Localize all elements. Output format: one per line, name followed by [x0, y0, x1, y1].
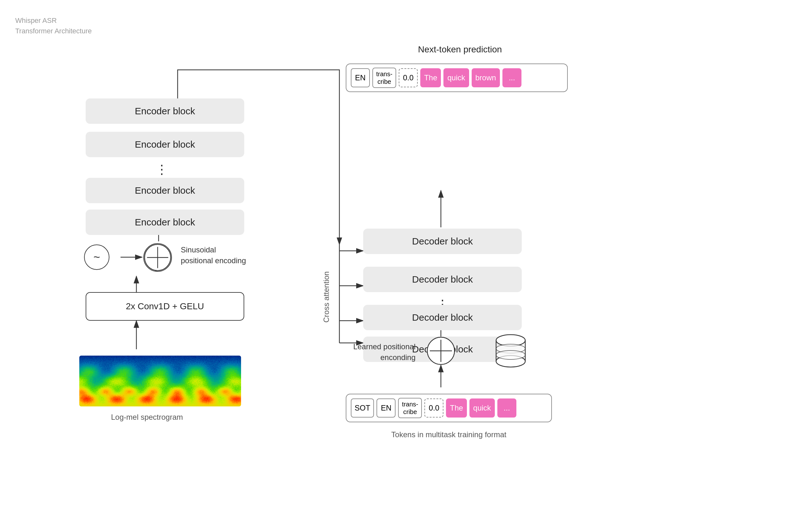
embedding-database-icon — [495, 333, 526, 370]
decoder-block-1: Decoder block — [363, 228, 522, 254]
token-sot: SOT — [351, 399, 374, 417]
spectrogram-label: Log-mel spectrogram — [111, 413, 183, 422]
token-00-input: 0.0 — [425, 399, 443, 417]
encoder-block-2: Encoder block — [86, 132, 244, 157]
decoder-block-2: Decoder block — [363, 267, 522, 292]
input-token-label: Tokens in multitask training format — [346, 430, 552, 439]
encoder-dots: ⋮ — [155, 162, 169, 177]
token-transcribe-input: trans-cribe — [398, 398, 422, 418]
learned-pos-label: Learned positionalenconding — [327, 341, 415, 362]
token-ellipsis-input: ... — [497, 399, 516, 417]
positional-encoding-plus-icon — [143, 243, 172, 272]
next-token-title: Next-token prediction — [349, 45, 571, 55]
encoder-block-3: Encoder block — [86, 178, 244, 203]
token-ellipsis-output: ... — [502, 68, 521, 87]
token-quick-output: quick — [443, 68, 469, 87]
token-00-output: 0.0 — [399, 68, 418, 87]
next-token-row: EN trans-cribe 0.0 The quick brown ... — [346, 63, 568, 92]
input-token-row: SOT EN trans-cribe 0.0 The quick ... — [346, 394, 552, 422]
token-transcribe-output: trans-cribe — [372, 67, 396, 88]
token-the-input: The — [446, 399, 467, 417]
learned-pos-plus-icon — [427, 336, 455, 367]
encoder-block-1: Encoder block — [86, 99, 244, 124]
sinusoidal-tilde-icon: ~ — [84, 244, 110, 270]
decoder-block-3: Decoder block — [363, 305, 522, 330]
token-the-output: The — [420, 68, 441, 87]
spectrogram — [79, 356, 241, 406]
encoder-block-4: Encoder block — [86, 210, 244, 235]
svg-point-26 — [496, 351, 525, 359]
token-quick-input: quick — [469, 399, 495, 417]
cross-attention-label: Cross attention — [322, 244, 331, 349]
sinusoidal-pos-label: Sinusoidal positional encoding — [181, 244, 246, 266]
page-title: Whisper ASR Transformer Architecture — [15, 15, 92, 36]
conv1d-box: 2x Conv1D + GELU — [86, 292, 244, 321]
token-en-output: EN — [351, 68, 370, 87]
token-brown-output: brown — [472, 68, 500, 87]
token-en-input: EN — [377, 399, 396, 417]
